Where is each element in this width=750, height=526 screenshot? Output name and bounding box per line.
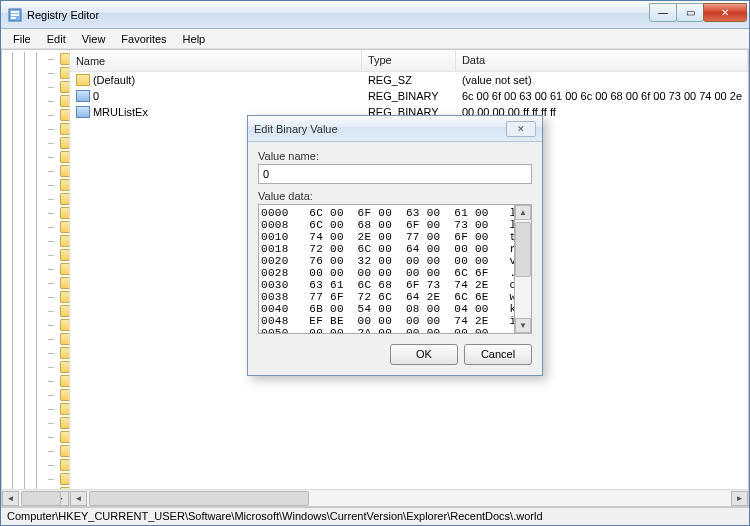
dialog-title: Edit Binary Value [254, 123, 506, 135]
value-data: 6c 00 6f 00 63 00 61 00 6c 00 68 00 6f 0… [456, 90, 748, 102]
scroll-thumb[interactable] [89, 491, 309, 506]
tree-node[interactable]: .ppsx [2, 52, 69, 66]
tree-node[interactable]: .srt [2, 192, 69, 206]
scroll-right-icon[interactable]: ► [731, 491, 748, 506]
dialog-title-bar[interactable]: Edit Binary Value ✕ [248, 116, 542, 142]
dialog-close-button[interactable]: ✕ [506, 121, 536, 137]
tree-node[interactable]: .swf [2, 276, 69, 290]
menu-favorites[interactable]: Favorites [113, 31, 174, 47]
folder-icon [60, 95, 69, 107]
folder-icon [60, 53, 69, 65]
menu-help[interactable]: Help [175, 31, 214, 47]
tree-node[interactable]: .src [2, 178, 69, 192]
tree-node[interactable]: .v [2, 458, 69, 472]
tree-node[interactable]: .tex2013 [2, 304, 69, 318]
hex-vscrollbar[interactable]: ▲ ▼ [515, 204, 532, 334]
tree-node[interactable]: .torrent [2, 374, 69, 388]
scroll-thumb[interactable] [515, 222, 531, 277]
menu-edit[interactable]: Edit [39, 31, 74, 47]
column-headers: Name Type Data [70, 50, 748, 72]
tree-node[interactable]: .SP2 [2, 164, 69, 178]
tree-node[interactable]: .txt [2, 430, 69, 444]
tree-node[interactable]: .TTF [2, 416, 69, 430]
folder-icon [60, 109, 69, 121]
folder-icon [60, 347, 69, 359]
tree-node[interactable]: .pst [2, 94, 69, 108]
value-data-hex-editor[interactable]: 0000 6C 00 6F 00 63 00 61 00 l.o.c.a. 00… [258, 204, 515, 334]
folder-icon [60, 473, 69, 485]
tree-node[interactable]: .ssa [2, 206, 69, 220]
value-name: 0 [93, 90, 99, 102]
tree-node[interactable]: .sum [2, 234, 69, 248]
tree-node[interactable]: .rar [2, 122, 69, 136]
folder-icon [60, 277, 69, 289]
scroll-left-icon[interactable]: ◄ [70, 491, 87, 506]
tree-node[interactable]: .tiff [2, 360, 69, 374]
tree-node[interactable]: .ppt [2, 66, 69, 80]
svg-rect-1 [11, 11, 19, 13]
tree-node[interactable]: .tif [2, 346, 69, 360]
value-name-input[interactable] [258, 164, 532, 184]
folder-icon [60, 305, 69, 317]
menu-file[interactable]: File [5, 31, 39, 47]
folder-icon [60, 333, 69, 345]
menu-bar: File Edit View Favorites Help [1, 29, 749, 49]
tree-node[interactable]: .rbz [2, 136, 69, 150]
tree-node[interactable]: .ts [2, 402, 69, 416]
close-button[interactable]: ✕ [703, 3, 747, 22]
tree-node[interactable]: .psd [2, 80, 69, 94]
tree-node[interactable]: .sup [2, 248, 69, 262]
tree-hscrollbar[interactable]: ◄ ► [2, 489, 69, 506]
svg-rect-2 [11, 14, 19, 16]
folder-icon [60, 235, 69, 247]
tree-node[interactable]: .rtf [2, 150, 69, 164]
tree-node[interactable]: .svg [2, 262, 69, 276]
folder-icon [60, 165, 69, 177]
menu-view[interactable]: View [74, 31, 114, 47]
col-type[interactable]: Type [362, 50, 456, 71]
value-name: MRUListEx [93, 106, 148, 118]
col-name[interactable]: Name [70, 50, 362, 71]
folder-icon [60, 291, 69, 303]
list-hscrollbar[interactable]: ◄ ► [70, 489, 748, 506]
tree-node[interactable]: .tar [2, 290, 69, 304]
folder-icon [60, 207, 69, 219]
tree-node[interactable]: .tex2014 [2, 318, 69, 332]
window-buttons: — ▭ ✕ [650, 3, 747, 23]
scroll-left-icon[interactable]: ◄ [2, 491, 19, 506]
minimize-button[interactable]: — [649, 3, 677, 22]
tree-node[interactable]: .tpp [2, 388, 69, 402]
value-type: REG_SZ [362, 74, 456, 86]
edit-binary-dialog: Edit Binary Value ✕ Value name: Value da… [247, 115, 543, 376]
folder-icon [60, 81, 69, 93]
tree-node[interactable]: .py [2, 108, 69, 122]
col-data[interactable]: Data [456, 50, 748, 71]
folder-icon [60, 221, 69, 233]
tree-node[interactable]: .tgz [2, 332, 69, 346]
maximize-button[interactable]: ▭ [676, 3, 704, 22]
folder-icon [60, 417, 69, 429]
cancel-button[interactable]: Cancel [464, 344, 532, 365]
tree-pane[interactable]: .ppsx.ppt.psd.pst.py.rar.rbz.rtf.SP2.src… [2, 50, 70, 506]
tree-node[interactable]: .url [2, 444, 69, 458]
window-title: Registry Editor [27, 9, 650, 21]
value-name-label: Value name: [258, 150, 532, 162]
svg-rect-3 [11, 17, 16, 19]
folder-icon [60, 459, 69, 471]
status-bar: Computer\HKEY_CURRENT_USER\Software\Micr… [1, 507, 749, 525]
value-row[interactable]: 0REG_BINARY6c 00 6f 00 63 00 61 00 6c 00… [70, 88, 748, 104]
scroll-thumb[interactable] [21, 491, 61, 506]
string-value-icon [76, 74, 90, 86]
tree-node[interactable]: .vcf [2, 472, 69, 486]
title-bar[interactable]: Registry Editor — ▭ ✕ [1, 1, 749, 29]
folder-icon [60, 403, 69, 415]
registry-editor-window: Registry Editor — ▭ ✕ File Edit View Fav… [0, 0, 750, 526]
scroll-up-icon[interactable]: ▲ [515, 205, 531, 220]
ok-button[interactable]: OK [390, 344, 458, 365]
folder-icon [60, 123, 69, 135]
value-row[interactable]: (Default)REG_SZ(value not set) [70, 72, 748, 88]
tree-node[interactable]: .sub [2, 220, 69, 234]
scroll-down-icon[interactable]: ▼ [515, 318, 531, 333]
value-data: (value not set) [456, 74, 748, 86]
folder-icon [60, 67, 69, 79]
